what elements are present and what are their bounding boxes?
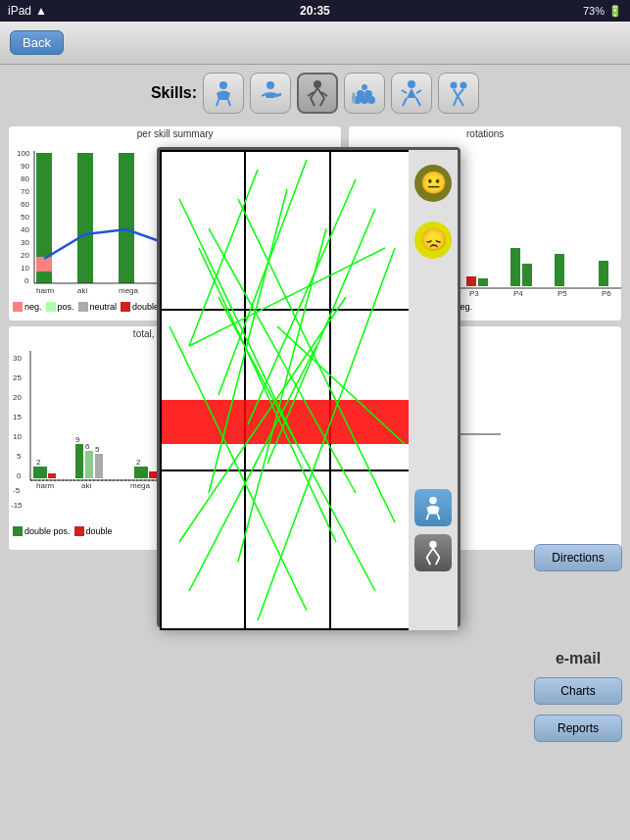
svg-text:aki: aki: [77, 286, 87, 295]
svg-text:2: 2: [36, 458, 41, 467]
svg-point-14: [364, 90, 372, 98]
skill-button-4[interactable]: [344, 73, 385, 114]
svg-text:10: 10: [21, 264, 29, 272]
email-label: e-mail: [556, 650, 601, 667]
svg-point-17: [408, 80, 415, 88]
svg-point-133: [429, 497, 436, 504]
svg-text:-5: -5: [13, 486, 21, 495]
svg-text:P6: P6: [602, 289, 611, 298]
svg-text:100: 100: [17, 149, 30, 158]
svg-rect-87: [75, 444, 83, 478]
svg-point-16: [352, 92, 356, 104]
svg-text:30: 30: [13, 354, 22, 363]
svg-text:P5: P5: [557, 289, 567, 298]
svg-point-15: [362, 84, 367, 90]
svg-line-6: [311, 98, 315, 106]
skills-label: Skills:: [151, 84, 197, 102]
top-bar: Back: [0, 22, 630, 65]
charts-button[interactable]: Charts: [534, 677, 622, 705]
svg-point-1: [267, 81, 274, 89]
svg-text:70: 70: [21, 187, 29, 196]
status-left: iPad ▲: [8, 4, 47, 18]
status-bar: iPad ▲ 20:35 73% 🔋: [0, 0, 630, 22]
svg-rect-64: [522, 264, 532, 286]
svg-rect-95: [149, 471, 157, 478]
directions-button[interactable]: Directions: [534, 544, 622, 571]
skill-button-6[interactable]: [438, 73, 479, 114]
overlay-skill-icons: [414, 489, 452, 571]
svg-text:90: 90: [21, 162, 29, 171]
svg-rect-33: [77, 153, 93, 283]
back-button[interactable]: Back: [10, 30, 64, 55]
svg-text:60: 60: [21, 200, 29, 209]
overlay-skill-btn-2[interactable]: [414, 534, 452, 571]
skill-button-2[interactable]: [250, 73, 291, 114]
svg-text:2: 2: [136, 458, 141, 467]
svg-text:30: 30: [21, 238, 29, 247]
chart-per-skill-title: per skill summary: [9, 126, 341, 141]
svg-text:P3: P3: [469, 289, 479, 298]
svg-text:-15: -15: [11, 501, 23, 510]
skill-button-5[interactable]: [391, 73, 432, 114]
right-action-panel: Directions e-mail Charts Reports: [534, 544, 622, 742]
svg-text:6: 6: [85, 442, 90, 451]
svg-rect-2: [266, 93, 275, 98]
svg-line-136: [433, 548, 440, 557]
svg-text:0: 0: [17, 471, 22, 480]
legend-pos: pos.: [46, 302, 74, 312]
svg-rect-91: [95, 454, 103, 478]
svg-text:50: 50: [21, 213, 29, 222]
svg-text:40: 40: [21, 225, 29, 234]
svg-point-13: [357, 90, 364, 98]
smiley-unhappy: 😞: [414, 222, 452, 259]
svg-text:aki: aki: [81, 481, 91, 490]
battery-label: 73%: [583, 5, 605, 17]
skill-button-1[interactable]: [203, 73, 244, 114]
smiley-neutral: 😐: [414, 165, 452, 202]
svg-text:P4: P4: [513, 289, 523, 298]
total-legend-pos: double pos.: [13, 526, 71, 536]
reports-button[interactable]: Reports: [534, 715, 622, 742]
svg-point-18: [451, 82, 458, 89]
svg-rect-61: [466, 276, 476, 286]
total-legend-neg-label: double: [86, 526, 113, 536]
svg-text:20: 20: [13, 393, 22, 402]
svg-rect-62: [478, 278, 488, 286]
svg-text:harm: harm: [36, 286, 55, 295]
chart-rotations-title: rotations: [349, 126, 621, 141]
battery-icon: 🔋: [608, 5, 622, 18]
svg-line-138: [436, 558, 440, 565]
legend-neg-label: neg.: [24, 302, 42, 312]
svg-rect-63: [510, 248, 520, 286]
skills-bar: Skills:: [0, 65, 630, 122]
svg-text:10: 10: [13, 432, 22, 441]
court-svg: [160, 150, 414, 630]
svg-rect-109: [160, 150, 414, 630]
total-legend-pos-label: double pos.: [24, 526, 71, 536]
legend-neg: neg.: [13, 302, 42, 312]
device-label: iPad: [8, 4, 31, 18]
svg-line-137: [426, 558, 430, 565]
overlay-right-panel: 😐 😞: [409, 150, 458, 630]
svg-text:5: 5: [17, 452, 22, 461]
wifi-icon: ▲: [35, 4, 47, 18]
svg-point-134: [429, 541, 436, 548]
overlay-skill-btn-1[interactable]: [414, 489, 452, 526]
svg-line-7: [320, 98, 324, 106]
svg-rect-32: [36, 257, 52, 272]
svg-text:harm: harm: [36, 481, 55, 490]
legend-neutral-label: neutral: [90, 302, 118, 312]
svg-text:5: 5: [95, 445, 100, 454]
svg-rect-66: [599, 261, 608, 286]
svg-rect-86: [48, 473, 56, 478]
svg-rect-65: [555, 254, 564, 286]
status-time: 20:35: [300, 4, 330, 18]
svg-point-19: [460, 82, 467, 89]
svg-rect-89: [85, 451, 93, 478]
skill-button-3[interactable]: [297, 73, 338, 114]
svg-point-0: [219, 81, 227, 89]
svg-text:15: 15: [13, 413, 22, 421]
svg-text:mega: mega: [119, 286, 139, 295]
court-overlay: 😐 😞: [157, 147, 460, 627]
svg-text:0: 0: [24, 276, 29, 285]
